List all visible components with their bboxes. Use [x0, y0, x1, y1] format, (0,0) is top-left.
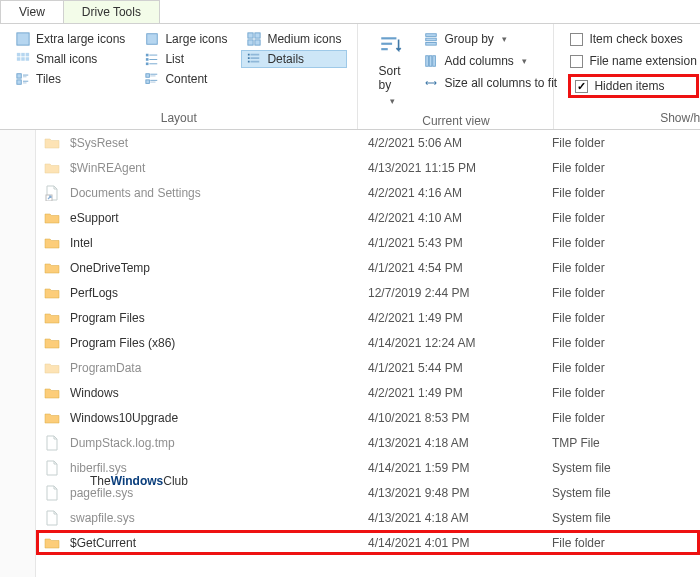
chevron-down-icon: ▾ [502, 34, 507, 44]
folder-icon [44, 360, 60, 376]
file-row[interactable]: DumpStack.log.tmp4/13/2021 4:18 AMTMP Fi… [36, 430, 700, 455]
checkbox-file-name-extensions[interactable]: File name extension [568, 52, 698, 70]
svg-rect-25 [23, 75, 28, 76]
svg-rect-14 [146, 58, 149, 61]
svg-rect-30 [146, 74, 150, 78]
file-row[interactable]: Windows10Upgrade4/10/2021 8:53 PMFile fo… [36, 405, 700, 430]
layout-large[interactable]: Large icons [139, 30, 233, 48]
content-icon [145, 72, 159, 86]
layout-medium[interactable]: Medium icons [241, 30, 347, 48]
svg-rect-40 [426, 38, 437, 41]
file-row[interactable]: Windows4/2/2021 1:49 PMFile folder [36, 380, 700, 405]
layout-large-label: Large icons [165, 32, 227, 46]
file-type: File folder [552, 136, 700, 150]
add-columns-icon [424, 54, 438, 68]
folder-icon [44, 410, 60, 426]
checkbox-item-check-boxes[interactable]: Item check boxes [568, 30, 698, 48]
small-icon [16, 52, 30, 66]
file-row[interactable]: $GetCurrent4/14/2021 4:01 PMFile folder [36, 530, 700, 555]
svg-rect-34 [151, 80, 158, 81]
file-list[interactable]: $SysReset4/2/2021 5:06 AMFile folder$Win… [36, 130, 700, 577]
folder-icon [44, 260, 60, 276]
sort-by-button[interactable]: Sort by ▾ [368, 30, 414, 110]
group-label-show-hide: Show/hi [564, 107, 700, 127]
svg-rect-6 [17, 53, 21, 57]
file-icon [44, 510, 60, 526]
file-type: File folder [552, 536, 700, 550]
svg-rect-4 [248, 40, 253, 45]
file-row[interactable]: Intel4/1/2021 5:43 PMFile folder [36, 230, 700, 255]
group-icon [424, 32, 438, 46]
layout-tiles[interactable]: Tiles [10, 70, 131, 88]
svg-rect-0 [17, 33, 29, 45]
file-row[interactable]: Program Files (x86)4/14/2021 12:24 AMFil… [36, 330, 700, 355]
svg-rect-3 [255, 33, 260, 38]
svg-rect-38 [382, 48, 389, 50]
layout-small-label: Small icons [36, 52, 97, 66]
svg-rect-15 [150, 59, 158, 60]
ribbon: Extra large icons Large icons Medium ico… [0, 24, 700, 130]
tab-view[interactable]: View [0, 0, 64, 23]
file-row[interactable]: $WinREAgent4/13/2021 11:15 PMFile folder [36, 155, 700, 180]
layout-medium-label: Medium icons [267, 32, 341, 46]
file-date: 4/1/2021 5:44 PM [368, 361, 552, 375]
svg-rect-11 [26, 57, 30, 61]
svg-rect-9 [17, 57, 21, 61]
file-row[interactable]: Program Files4/2/2021 1:49 PMFile folder [36, 305, 700, 330]
file-name: Windows [70, 386, 368, 400]
file-date: 4/2/2021 1:49 PM [368, 311, 552, 325]
folder-icon [44, 210, 60, 226]
layout-extra-large[interactable]: Extra large icons [10, 30, 131, 48]
group-label-current-view: Current view [368, 110, 543, 130]
size-columns-icon [424, 76, 438, 90]
svg-rect-8 [26, 53, 30, 57]
svg-rect-10 [21, 57, 25, 61]
file-date: 4/14/2021 1:59 PM [368, 461, 552, 475]
layout-list[interactable]: List [139, 50, 233, 68]
svg-rect-16 [146, 63, 149, 66]
size-columns-button[interactable]: Size all columns to fit [420, 74, 561, 92]
folder-icon [44, 135, 60, 151]
medium-icon [247, 32, 261, 46]
tab-drive-tools[interactable]: Drive Tools [63, 0, 160, 23]
checkbox-hidden-items[interactable]: Hidden items [573, 77, 693, 95]
chevron-down-icon: ▾ [390, 96, 395, 106]
checkbox-icon [570, 55, 583, 68]
file-row[interactable]: pagefile.sys4/13/2021 9:48 PMSystem file [36, 480, 700, 505]
svg-rect-43 [430, 56, 433, 67]
file-row[interactable]: OneDriveTemp4/1/2021 4:54 PMFile folder [36, 255, 700, 280]
file-row[interactable]: eSupport4/2/2021 4:10 AMFile folder [36, 205, 700, 230]
file-type: TMP File [552, 436, 700, 450]
svg-rect-19 [251, 54, 260, 56]
file-date: 4/13/2021 11:15 PM [368, 161, 552, 175]
file-name: DumpStack.log.tmp [70, 436, 368, 450]
svg-rect-27 [17, 80, 21, 84]
file-row[interactable]: swapfile.sys4/13/2021 4:18 AMSystem file [36, 505, 700, 530]
svg-rect-13 [150, 55, 158, 56]
list-icon [145, 52, 159, 66]
file-row[interactable]: $SysReset4/2/2021 5:06 AMFile folder [36, 130, 700, 155]
size-columns-label: Size all columns to fit [444, 76, 557, 90]
item-check-boxes-label: Item check boxes [589, 32, 682, 46]
file-row[interactable]: hiberfil.sys4/14/2021 1:59 PMSystem file [36, 455, 700, 480]
add-columns-button[interactable]: Add columns▾ [420, 52, 561, 70]
svg-rect-37 [382, 43, 393, 45]
file-type: File folder [552, 161, 700, 175]
file-row[interactable]: Documents and Settings4/2/2021 4:16 AMFi… [36, 180, 700, 205]
file-name: Documents and Settings [70, 186, 368, 200]
file-name: hiberfil.sys [70, 461, 368, 475]
group-by-button[interactable]: Group by▾ [420, 30, 561, 48]
file-type: File folder [552, 336, 700, 350]
file-row[interactable]: PerfLogs12/7/2019 2:44 PMFile folder [36, 280, 700, 305]
file-type: File folder [552, 411, 700, 425]
folder-icon [44, 385, 60, 401]
layout-details[interactable]: Details [241, 50, 347, 68]
layout-small[interactable]: Small icons [10, 50, 131, 68]
layout-content[interactable]: Content [139, 70, 233, 88]
svg-rect-32 [151, 76, 156, 77]
file-date: 12/7/2019 2:44 PM [368, 286, 552, 300]
svg-rect-33 [146, 80, 150, 84]
extra-large-icon [16, 32, 30, 46]
file-row[interactable]: ProgramData4/1/2021 5:44 PMFile folder [36, 355, 700, 380]
folder-icon [44, 535, 60, 551]
